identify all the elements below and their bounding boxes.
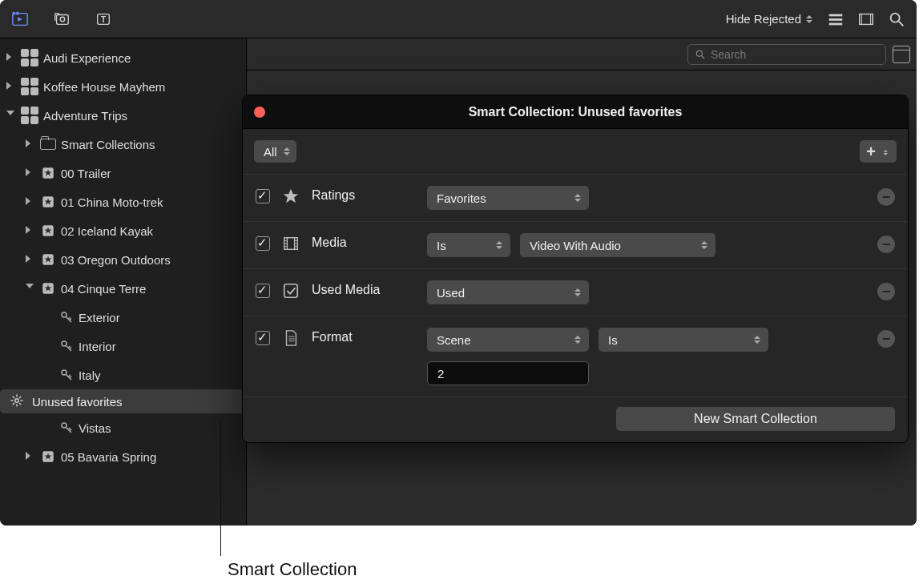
clip-filter-dropdown[interactable]: Hide Rejected [726, 12, 814, 26]
remove-criterion-button[interactable]: − [877, 283, 895, 300]
disclosure-triangle-icon[interactable] [26, 168, 35, 178]
criterion-row-used-media: Used Media Used − [243, 268, 908, 316]
svg-line-36 [13, 403, 14, 405]
svg-rect-8 [829, 14, 843, 16]
event-name: 04 Cinque Terre [61, 282, 146, 296]
event-row[interactable]: 01 China Moto-trek [0, 187, 246, 216]
disclosure-triangle-icon[interactable] [26, 197, 35, 207]
svg-marker-43 [284, 189, 298, 203]
event-name: 01 China Moto-trek [61, 195, 163, 209]
detach-window-icon[interactable] [893, 46, 910, 63]
remove-criterion-button[interactable]: − [877, 330, 895, 348]
disclosure-triangle-icon[interactable] [26, 452, 35, 461]
media-operator-select[interactable]: Is [427, 233, 510, 257]
keyword-row[interactable]: Exterior [0, 303, 246, 332]
criterion-checkbox[interactable] [256, 236, 270, 251]
criterion-row-ratings: Ratings Favorites − [243, 174, 908, 221]
keyword-row[interactable]: Vistas [0, 413, 246, 442]
sidebar: Audi Experience Koffee House Mayhem Adve… [0, 38, 247, 526]
disclosure-triangle-icon[interactable] [6, 53, 16, 62]
add-criterion-button[interactable]: + [860, 140, 897, 163]
plus-icon: + [866, 143, 876, 159]
used-media-value-select[interactable]: Used [427, 280, 589, 304]
svg-point-28 [62, 370, 67, 375]
new-smart-collection-button[interactable]: New Smart Collection [616, 407, 895, 431]
criterion-checkbox[interactable] [256, 189, 270, 203]
app-window: T Hide Rejected Audi Experience [0, 0, 917, 526]
titles-tab-icon[interactable]: T [95, 10, 112, 28]
browser-header: Search [247, 38, 917, 70]
svg-marker-1 [18, 17, 22, 22]
event-row[interactable]: 04 Cinque Terre [0, 274, 246, 303]
search-placeholder: Search [711, 48, 746, 61]
keyword-row[interactable]: Interior [0, 332, 246, 360]
disclosure-triangle-icon[interactable] [6, 82, 16, 91]
smart-collections-folder[interactable]: Smart Collections [0, 130, 246, 159]
event-icon [40, 165, 56, 181]
match-type-select[interactable]: All [254, 140, 296, 163]
criterion-checkbox[interactable] [256, 284, 270, 298]
svg-line-42 [702, 55, 705, 58]
criterion-label: Media [312, 233, 416, 250]
svg-rect-13 [871, 14, 873, 24]
star-icon [281, 187, 300, 206]
event-row[interactable]: 00 Trailer [0, 159, 246, 187]
browser-search-field[interactable]: Search [687, 44, 886, 65]
disclosure-triangle-icon[interactable] [6, 111, 16, 120]
panel-title: Smart Collection: Unused favorites [469, 105, 683, 119]
event-name: 00 Trailer [61, 167, 111, 180]
format-operator-select[interactable]: Is [599, 328, 768, 352]
disclosure-triangle-icon[interactable] [26, 255, 35, 264]
match-type-value: All [264, 145, 277, 159]
disclosure-triangle-icon[interactable] [26, 284, 35, 293]
close-button[interactable] [254, 107, 265, 118]
criterion-checkbox[interactable] [256, 331, 270, 345]
svg-point-5 [60, 17, 65, 22]
checkbox-icon [281, 281, 300, 300]
clip-filter-label: Hide Rejected [726, 12, 801, 26]
panel-toolbar: All + [243, 129, 908, 174]
svg-rect-3 [16, 11, 18, 14]
svg-point-26 [62, 312, 67, 317]
keyword-row[interactable]: Italy [0, 360, 246, 389]
svg-rect-9 [829, 18, 843, 21]
library-row[interactable]: Adventure Trips [0, 101, 246, 130]
ratings-value-select[interactable]: Favorites [427, 186, 589, 210]
photos-tab-icon[interactable] [53, 10, 71, 28]
svg-text:T: T [101, 14, 107, 23]
annotation-line [220, 420, 221, 556]
smart-collection-row[interactable]: Unused favorites [0, 389, 246, 413]
remove-criterion-button[interactable]: − [877, 236, 895, 253]
event-icon [40, 449, 56, 465]
library-icon [21, 107, 38, 124]
library-row[interactable]: Audi Experience [0, 43, 246, 72]
dropdown-arrows-icon [806, 15, 814, 23]
document-icon [281, 328, 300, 348]
filmstrip-view-icon[interactable] [857, 10, 875, 28]
dropdown-arrows-icon [701, 241, 709, 249]
event-row[interactable]: 02 Iceland Kayak [0, 216, 246, 245]
svg-rect-10 [829, 22, 843, 25]
svg-line-15 [899, 21, 904, 26]
disclosure-triangle-icon[interactable] [26, 139, 35, 149]
format-value-input[interactable]: 2 [427, 361, 589, 385]
list-view-icon[interactable] [827, 10, 844, 28]
remove-criterion-button[interactable]: − [877, 188, 895, 206]
search-icon[interactable] [888, 10, 905, 28]
clips-tab-icon[interactable] [11, 10, 29, 28]
criterion-row-format: Format Scene Is 2 − [243, 316, 908, 397]
keyword-icon [59, 339, 74, 353]
keyword-name: Exterior [79, 311, 120, 324]
svg-line-35 [19, 403, 21, 405]
svg-point-14 [891, 13, 900, 22]
disclosure-triangle-icon[interactable] [26, 226, 35, 236]
keyword-icon [59, 310, 74, 324]
panel-titlebar: Smart Collection: Unused favorites [243, 95, 908, 129]
event-row[interactable]: 05 Bavaria Spring [0, 442, 246, 471]
criterion-label: Used Media [312, 280, 416, 297]
folder-label: Smart Collections [61, 138, 155, 151]
format-property-select[interactable]: Scene [427, 328, 589, 352]
event-row[interactable]: 03 Oregon Outdoors [0, 245, 246, 274]
media-value-select[interactable]: Video With Audio [520, 233, 715, 257]
library-row[interactable]: Koffee House Mayhem [0, 72, 246, 101]
